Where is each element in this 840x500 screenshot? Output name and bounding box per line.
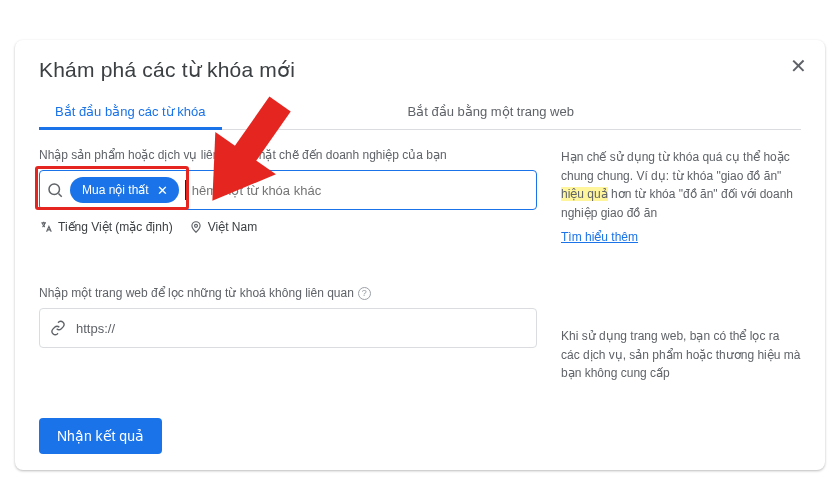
text-cursor <box>185 180 186 200</box>
location-selector[interactable]: Việt Nam <box>189 220 257 234</box>
chip-remove-icon[interactable]: ✕ <box>155 182 171 198</box>
location-pin-icon <box>189 220 203 234</box>
close-icon[interactable]: ✕ <box>790 54 807 78</box>
keywords-field-label: Nhập sản phẩm hoặc dịch vụ liên quan chặ… <box>39 148 537 162</box>
tip-keyword-specificity: Hạn chế sử dụng từ khóa quá cụ thể hoặc … <box>561 148 801 222</box>
right-column: Hạn chế sử dụng từ khóa quá cụ thể hoặc … <box>561 148 801 383</box>
tip1-highlight: hiệu quả <box>561 187 608 201</box>
url-input-box[interactable]: https:// <box>39 308 537 348</box>
url-filter-section: Nhập một trang web để lọc những từ khoá … <box>39 286 537 348</box>
search-icon <box>46 181 64 199</box>
tab-start-with-keywords[interactable]: Bắt đầu bằng các từ khóa <box>39 96 222 129</box>
keywords-input-box[interactable]: Mua nội thất ✕ <box>39 170 537 210</box>
keywords-text-input[interactable] <box>192 183 528 198</box>
viewport: ✕ Khám phá các từ khóa mới Bắt đầu bằng … <box>0 0 840 500</box>
language-label: Tiếng Việt (mặc định) <box>58 220 173 234</box>
dialog-card: ✕ Khám phá các từ khóa mới Bắt đầu bằng … <box>15 40 825 470</box>
keyword-chip[interactable]: Mua nội thất ✕ <box>70 177 179 203</box>
svg-point-2 <box>194 224 197 227</box>
url-filter-label: Nhập một trang web để lọc những từ khoá … <box>39 286 537 300</box>
translate-icon <box>39 220 53 234</box>
tab-start-with-website[interactable]: Bắt đầu bằng một trang web <box>392 96 590 129</box>
tab-bar: Bắt đầu bằng các từ khóa Bắt đầu bằng mộ… <box>39 96 801 130</box>
dialog-body: Nhập sản phẩm hoặc dịch vụ liên quan chặ… <box>39 148 801 383</box>
link-icon <box>50 320 66 336</box>
url-filter-label-text: Nhập một trang web để lọc những từ khoá … <box>39 286 354 300</box>
url-input-value: https:// <box>76 321 115 336</box>
svg-line-1 <box>58 193 61 196</box>
dialog-title: Khám phá các từ khóa mới <box>39 58 801 82</box>
learn-more-link[interactable]: Tìm hiểu thêm <box>561 230 638 244</box>
svg-point-0 <box>49 184 60 195</box>
help-icon[interactable]: ? <box>358 287 371 300</box>
left-column: Nhập sản phẩm hoặc dịch vụ liên quan chặ… <box>39 148 537 383</box>
location-label: Việt Nam <box>208 220 257 234</box>
locale-row: Tiếng Việt (mặc định) Việt Nam <box>39 220 537 234</box>
tab-spacer <box>222 96 392 129</box>
keyword-chip-label: Mua nội thất <box>82 183 149 197</box>
tip1-pre: Hạn chế sử dụng từ khóa quá cụ thể hoặc … <box>561 150 790 183</box>
tip-url-filter: Khi sử dụng trang web, bạn có thể lọc ra… <box>561 327 801 383</box>
language-selector[interactable]: Tiếng Việt (mặc định) <box>39 220 173 234</box>
get-results-button[interactable]: Nhận kết quả <box>39 418 162 454</box>
